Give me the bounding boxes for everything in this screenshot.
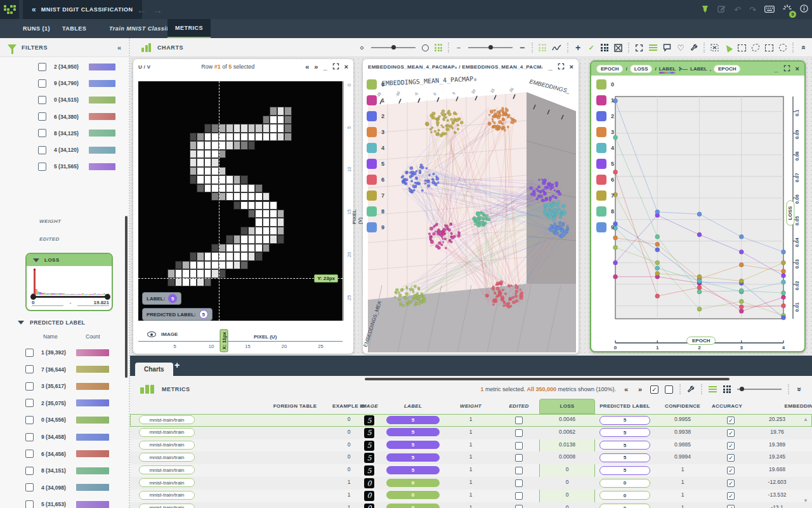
filter-label-item[interactable]: 5 (31,565): [38, 161, 115, 172]
legend-item[interactable]: 6: [367, 175, 384, 185]
digit-thumbnail[interactable]: 5: [364, 441, 374, 451]
collapse-up-icon[interactable]: »: [799, 43, 807, 53]
filter-checkbox[interactable]: [38, 146, 46, 154]
predicted-filter-item[interactable]: 3 (35,617): [25, 380, 109, 392]
slider[interactable]: [737, 384, 782, 394]
minus-icon[interactable]: −: [455, 43, 462, 53]
mnist-image[interactable]: LABEL:5PREDICTED LABEL:5: [138, 81, 343, 321]
tab-charts-view[interactable]: Charts: [135, 363, 173, 376]
label-pill[interactable]: 5: [386, 466, 440, 474]
filter-label-item[interactable]: 8 (34,125): [38, 128, 115, 139]
legend-item[interactable]: 9: [596, 222, 614, 232]
filter-checkbox[interactable]: [25, 483, 34, 491]
legend-item[interactable]: 5: [367, 159, 384, 169]
label-pill[interactable]: 5: [386, 428, 440, 436]
filter-checkbox[interactable]: [25, 365, 34, 373]
slider-knob-max[interactable]: [105, 294, 110, 300]
filter-checkbox[interactable]: [38, 129, 46, 137]
minimize-icon[interactable]: _: [548, 64, 552, 70]
tab-metrics[interactable]: METRICS: [167, 19, 211, 38]
legend-item[interactable]: 6: [596, 175, 614, 185]
dot-small-icon[interactable]: [358, 43, 365, 53]
legend-item[interactable]: 7: [367, 190, 384, 201]
select-rect2-icon[interactable]: [765, 43, 773, 53]
wrench-icon[interactable]: [690, 43, 698, 53]
filter-checkbox[interactable]: [25, 382, 34, 391]
collapse-sidebar-icon[interactable]: «: [117, 44, 121, 51]
cursor-arrow-green-icon[interactable]: [724, 43, 732, 53]
loss-scatter-plot[interactable]: 012340.010.020.030.040.050.060.070.080.0…: [591, 76, 804, 351]
edited-checkbox[interactable]: [515, 454, 523, 462]
select-circle-icon[interactable]: [779, 43, 787, 53]
accuracy-checkbox[interactable]: ✓: [727, 429, 735, 437]
app-logo-icon[interactable]: [0, 0, 19, 19]
tasks-spinner-icon[interactable]: 9: [783, 4, 792, 15]
filter-checkbox[interactable]: [25, 433, 34, 441]
next-icon[interactable]: »: [636, 384, 644, 394]
table-row[interactable]: mnist-train/train0551051✓19.668-2.53510.…: [130, 464, 812, 477]
predicted-filter-item[interactable]: 8 (34,151): [25, 465, 109, 476]
predicted-label-pill[interactable]: 5: [599, 441, 650, 450]
collapse-section-icon[interactable]: [18, 321, 24, 324]
foreign-table-pill[interactable]: mnist-train/train: [139, 478, 195, 487]
redo-icon[interactable]: ↷: [749, 5, 756, 15]
edited-checkbox[interactable]: [515, 505, 523, 508]
grid-dark-icon[interactable]: [723, 384, 731, 394]
edited-checkbox[interactable]: [515, 479, 523, 487]
plus-icon[interactable]: +: [574, 43, 582, 53]
maximize-icon[interactable]: [783, 65, 790, 72]
edited-checkbox[interactable]: [515, 429, 523, 437]
legend-item[interactable]: 0: [367, 79, 384, 90]
edit-icon[interactable]: [717, 4, 726, 15]
digit-thumbnail[interactable]: 5: [364, 453, 374, 463]
slider-knob-min[interactable]: [30, 294, 36, 300]
edited-section-label[interactable]: EDITED: [39, 236, 60, 242]
column-header-accuracy[interactable]: ACCURACY: [712, 403, 742, 409]
predicted-filter-item[interactable]: 5 (31,653): [25, 498, 109, 508]
legend-item[interactable]: 8: [596, 206, 614, 217]
add-view-button[interactable]: +: [174, 360, 180, 370]
loss-min-input[interactable]: 0: [32, 300, 63, 306]
table-row[interactable]: mnist-train/train05510.004650.9955✓20.25…: [130, 414, 812, 427]
table-row[interactable]: mnist-train/train05510.006250.9938✓19.76…: [130, 427, 812, 439]
wrench-icon[interactable]: [687, 384, 695, 394]
legend-item[interactable]: 4: [367, 143, 384, 153]
collapse-project-icon[interactable]: «: [32, 5, 36, 14]
foreign-table-pill[interactable]: mnist-train/train: [139, 465, 195, 474]
edited-checkbox[interactable]: [515, 442, 523, 450]
grid-dotted-icon[interactable]: [539, 43, 546, 53]
loss-max-input[interactable]: 19.821: [77, 300, 109, 306]
table-row[interactable]: mnist-train/train05510.013850.9885✓19.38…: [130, 439, 812, 452]
digit-thumbnail[interactable]: 0: [364, 504, 374, 508]
filter-checkbox[interactable]: [25, 349, 34, 357]
accuracy-checkbox[interactable]: ✓: [727, 442, 735, 450]
predicted-label-pill[interactable]: 5: [599, 466, 650, 475]
forward-icon[interactable]: →: [153, 4, 162, 15]
filter-checkbox[interactable]: [25, 467, 34, 475]
back-icon[interactable]: ←: [137, 4, 147, 15]
undo-icon[interactable]: ↶: [734, 5, 741, 15]
table-row[interactable]: mnist-train/train1001001✓-13.532-17.3966…: [130, 490, 812, 502]
column-header-loss[interactable]: LOSS: [560, 403, 575, 409]
range-slider[interactable]: [468, 43, 513, 53]
heart-icon[interactable]: ♡: [677, 43, 684, 53]
prev-row-icon[interactable]: «: [305, 64, 309, 70]
grid-dark-icon[interactable]: [601, 43, 608, 53]
accuracy-checkbox[interactable]: ✓: [727, 467, 735, 474]
tab-runs[interactable]: RUNS (1): [23, 19, 50, 38]
filter-label-item[interactable]: 6 (34,380): [38, 111, 115, 123]
list-green-icon[interactable]: [709, 384, 717, 394]
column-header-foreign-table[interactable]: FOREIGN TABLE: [273, 403, 317, 409]
comment-icon[interactable]: [663, 43, 671, 53]
label-pill[interactable]: 5: [386, 441, 440, 449]
predicted-filter-item[interactable]: 2 (35,075): [25, 398, 109, 409]
accuracy-checkbox[interactable]: ✓: [727, 417, 735, 424]
legend-item[interactable]: 5: [596, 159, 614, 169]
keyboard-shortcuts-icon[interactable]: [764, 5, 775, 15]
digit-thumbnail[interactable]: 0: [364, 491, 374, 501]
image-toggle[interactable]: IMAGE: [147, 331, 178, 337]
legend-item[interactable]: 8: [367, 206, 384, 217]
close-icon[interactable]: ×: [796, 65, 799, 72]
grid-dots-green-icon[interactable]: [435, 43, 442, 53]
table-row[interactable]: mnist-train/train1001001✓-12.603-18.4246…: [130, 477, 812, 490]
